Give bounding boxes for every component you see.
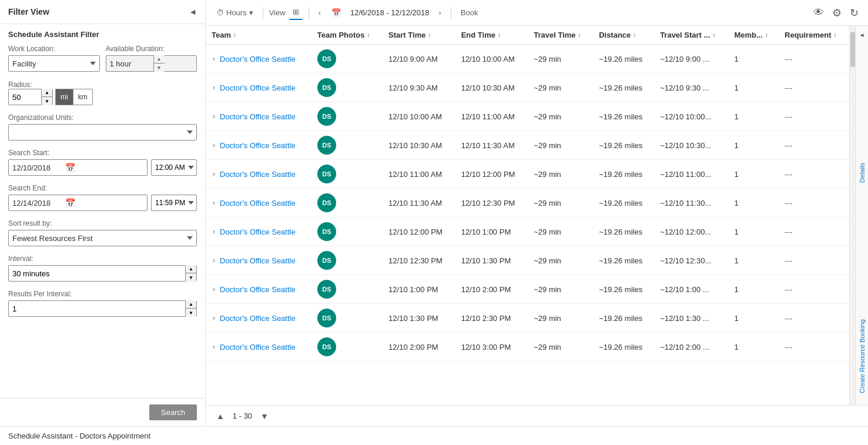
interval-down-btn[interactable]: ▼ [186, 273, 196, 282]
row-expand-btn[interactable]: › [212, 82, 216, 93]
search-end-calendar-icon[interactable]: 📅 [62, 198, 79, 208]
grid-icon: ⊞ [293, 8, 299, 16]
row-expand-btn[interactable]: › [212, 169, 216, 179]
results-up-btn[interactable]: ▲ [186, 300, 196, 309]
filter-collapse-button[interactable]: ◄ [189, 7, 197, 16]
page-up-btn[interactable]: ▲ [213, 410, 228, 422]
book-btn[interactable]: Book [457, 6, 482, 19]
table-container[interactable]: Team ↕ Team Photos ↕ [206, 26, 849, 405]
search-button[interactable]: Search [149, 404, 197, 420]
col-travel-start[interactable]: Travel Start ... ↕ [654, 26, 728, 45]
sort-result-select[interactable]: Fewest Resources First Most Resources Fi… [8, 230, 197, 246]
calendar-icon-btn[interactable]: 📅 [328, 6, 344, 19]
row-expand-btn[interactable]: › [212, 255, 216, 266]
duration-up-btn[interactable]: ▲ [154, 55, 165, 63]
travel-time: ~29 min [528, 304, 593, 333]
table-row[interactable]: › Doctor's Office Seattle DS12/10 1:30 P… [206, 304, 849, 333]
search-end-time-select[interactable]: 11:59 PM 11:30 PM [151, 195, 197, 211]
clock-icon-btn[interactable]: ⏱ Hours ▾ [213, 6, 257, 19]
next-btn[interactable]: › [435, 6, 444, 19]
members: 1 [728, 160, 779, 189]
col-team-photos[interactable]: Team Photos ↕ [311, 26, 383, 45]
search-end-datetime: 📅 11:59 PM 11:30 PM [8, 195, 197, 211]
team-sort-icon: ↕ [233, 32, 236, 38]
radius-label: Radius: [8, 81, 32, 89]
settings-icon-btn[interactable]: ⚙ [830, 4, 844, 22]
team-avatar: DS [317, 136, 336, 155]
start-time-sort-icon: ↕ [428, 32, 431, 38]
refresh-icon: ↻ [850, 7, 859, 19]
available-duration-input[interactable] [106, 58, 153, 69]
start-time: 12/10 9:30 AM [383, 73, 455, 102]
scrollbar-track[interactable] [849, 26, 855, 405]
team-name: Doctor's Office Seattle [220, 227, 296, 236]
distance: ~19.26 miles [593, 304, 654, 333]
interval-input[interactable] [9, 268, 185, 279]
radius-mi-btn[interactable]: mi [55, 89, 73, 105]
row-expand-btn[interactable]: › [212, 198, 216, 208]
eye-icon-btn[interactable]: 👁 [811, 4, 826, 21]
table-row[interactable]: › Doctor's Office Seattle DS12/10 11:00 … [206, 160, 849, 189]
duration-down-btn[interactable]: ▼ [154, 63, 165, 72]
refresh-icon-btn[interactable]: ↻ [847, 4, 861, 22]
details-side-panel[interactable]: ◄ Details Create Resource Booking [855, 26, 868, 405]
team-avatar: DS [317, 251, 336, 270]
travel-start: ~12/10 2:00 ... [654, 333, 728, 362]
row-expand-btn[interactable]: › [212, 342, 216, 352]
col-requirement[interactable]: Requirement ↕ [779, 26, 849, 45]
start-time: 12/10 10:00 AM [383, 102, 455, 131]
table-row[interactable]: › Doctor's Office Seattle DS12/10 2:00 P… [206, 333, 849, 362]
col-start-time[interactable]: Start Time ↕ [383, 26, 455, 45]
col-members[interactable]: Memb... ↕ [728, 26, 779, 45]
end-time: 12/10 1:30 PM [455, 246, 528, 275]
table-row[interactable]: › Doctor's Office Seattle DS12/10 12:30 … [206, 246, 849, 275]
interval-up-btn[interactable]: ▲ [186, 265, 196, 273]
col-team[interactable]: Team ↕ [206, 26, 311, 45]
row-expand-btn[interactable]: › [212, 140, 216, 150]
end-time: 12/10 10:00 AM [455, 45, 528, 73]
col-distance[interactable]: Distance ↕ [593, 26, 654, 45]
prev-btn[interactable]: ‹ [315, 6, 324, 19]
radius-up-btn[interactable]: ▲ [42, 89, 52, 97]
table-row[interactable]: › Doctor's Office Seattle DS12/10 9:30 A… [206, 73, 849, 102]
radius-input-wrap: ▲ ▼ [8, 89, 53, 105]
date-range: 12/6/2018 - 12/12/2018 [348, 8, 431, 17]
toolbar: ⏱ Hours ▾ View ⊞ ‹ 📅 12/6/2018 - 12/12/2… [206, 0, 868, 26]
table-header-row: Team ↕ Team Photos ↕ [206, 26, 849, 45]
members: 1 [728, 131, 779, 160]
scrollbar-thumb[interactable] [850, 32, 855, 67]
table-row[interactable]: › Doctor's Office Seattle DS12/10 1:00 P… [206, 275, 849, 304]
row-expand-btn[interactable]: › [212, 53, 216, 64]
table-row[interactable]: › Doctor's Office Seattle DS12/10 9:00 A… [206, 45, 849, 73]
search-start-date-input[interactable] [9, 162, 62, 173]
results-down-btn[interactable]: ▼ [186, 309, 196, 317]
row-expand-btn[interactable]: › [212, 111, 216, 122]
results-per-interval-input[interactable] [9, 303, 185, 314]
work-location-select[interactable]: Facility On Site Remote [8, 55, 100, 72]
start-time: 12/10 2:00 PM [383, 333, 455, 362]
search-start-time-select[interactable]: 12:00 AM 12:30 AM 1:00 AM [151, 159, 197, 176]
row-expand-btn[interactable]: › [212, 284, 216, 295]
search-end-date-input[interactable] [9, 198, 62, 209]
distance: ~19.26 miles [593, 189, 654, 218]
interval-label: Interval: [8, 255, 197, 263]
filter-sidebar: Filter View ◄ Schedule Assistant Filter … [0, 0, 206, 426]
page-range: 1 - 30 [233, 411, 252, 420]
table-row[interactable]: › Doctor's Office Seattle DS12/10 12:00 … [206, 218, 849, 246]
search-start-calendar-icon[interactable]: 📅 [62, 163, 79, 172]
table-row[interactable]: › Doctor's Office Seattle DS12/10 10:30 … [206, 131, 849, 160]
row-expand-btn[interactable]: › [212, 226, 216, 237]
col-travel-time[interactable]: Travel Time ↕ [528, 26, 593, 45]
table-row[interactable]: › Doctor's Office Seattle DS12/10 10:00 … [206, 102, 849, 131]
row-expand-btn[interactable]: › [212, 313, 216, 323]
grid-view-btn[interactable]: ⊞ [289, 5, 303, 20]
org-units-select[interactable] [8, 124, 197, 140]
radius-down-btn[interactable]: ▼ [42, 97, 52, 105]
table-row[interactable]: › Doctor's Office Seattle DS12/10 11:30 … [206, 189, 849, 218]
interval-input-wrap: ▲ ▼ [8, 265, 197, 282]
page-down-btn[interactable]: ▼ [257, 410, 272, 422]
radius-km-btn[interactable]: km [73, 89, 93, 105]
radius-input[interactable] [9, 92, 41, 103]
travel-time: ~29 min [528, 275, 593, 304]
col-end-time[interactable]: End Time ↕ [455, 26, 528, 45]
